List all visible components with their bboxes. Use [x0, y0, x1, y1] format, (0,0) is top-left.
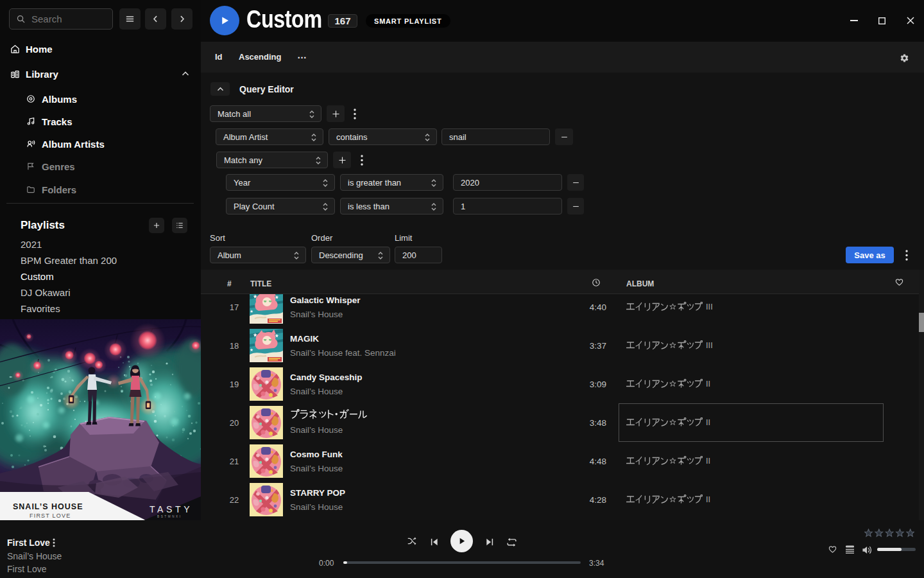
svg-text:FIRST LOVE: FIRST LOVE: [30, 512, 71, 519]
svg-text:TASTY: TASTY: [150, 504, 193, 514]
svg-text:BSTMNXI: BSTMNXI: [157, 515, 182, 518]
svg-text:SNAIL’S HOUSE: SNAIL’S HOUSE: [13, 502, 83, 511]
